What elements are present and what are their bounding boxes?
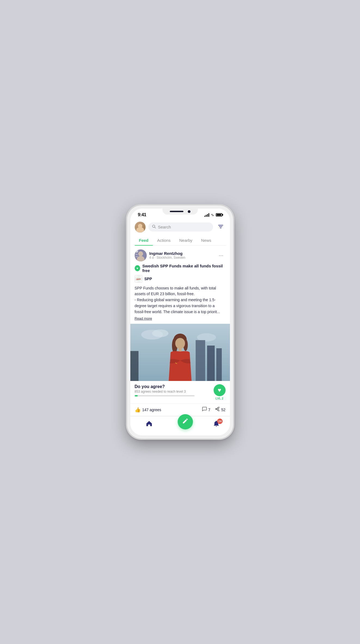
nav-home[interactable] — [140, 419, 158, 430]
svg-rect-21 — [216, 348, 222, 381]
tab-bar: Feed Actions Nearby News — [135, 235, 226, 246]
svg-text:SPP: SPP — [137, 278, 141, 280]
post-author: W the auti Ingmar Rentzhog 4 d · Stockho… — [135, 249, 186, 261]
thumbs-up-icon: 👍 — [135, 407, 141, 413]
company-logo[interactable]: @ SPP — [135, 275, 142, 283]
author-avatar[interactable]: W the auti — [135, 249, 147, 261]
post-image — [130, 324, 230, 381]
filter-icon — [218, 224, 224, 231]
svg-line-1 — [155, 227, 156, 228]
svg-rect-22 — [130, 351, 139, 381]
feed-content: W the auti Ingmar Rentzhog 4 d · Stockho… — [130, 246, 230, 435]
post-image-visual — [130, 324, 230, 381]
header-top-row: Search — [135, 222, 226, 233]
filter-button[interactable] — [216, 222, 226, 232]
agrees-count-text: 147 agrees — [142, 408, 161, 412]
svg-point-32 — [216, 408, 217, 410]
action-bar: 👍 147 agrees 7 — [130, 404, 230, 416]
author-name: Ingmar Rentzhog — [149, 251, 186, 256]
svg-point-30 — [218, 407, 219, 408]
svg-point-17 — [152, 329, 168, 337]
search-placeholder-text: Search — [158, 225, 171, 229]
notch — [162, 209, 198, 215]
agreement-header: Do you agree? 853 agrees needed to reach… — [135, 384, 226, 400]
comments-button[interactable]: 7 — [202, 406, 210, 413]
author-meta: 4 d · Stockholm, Sweden — [149, 256, 186, 260]
read-more-link[interactable]: Read more — [135, 316, 226, 321]
fab-edit-icon — [182, 418, 189, 426]
user-avatar[interactable] — [135, 222, 146, 233]
progress-bar-fill — [135, 395, 138, 396]
phone-screen: 9:41 ∿ — [130, 209, 230, 435]
phone-device: 9:41 ∿ — [127, 205, 233, 439]
nav-notifications[interactable]: 24 — [213, 420, 220, 429]
heart-level-indicator: ♥ LVL 2 — [214, 384, 226, 400]
svg-rect-20 — [207, 346, 215, 381]
tab-feed[interactable]: Feed — [135, 235, 153, 245]
camera — [188, 210, 190, 213]
agreement-text-col: Do you agree? 853 agrees needed to reach… — [135, 384, 195, 396]
heart-level-icon[interactable]: ♥ — [214, 384, 226, 396]
search-bar[interactable]: Search — [148, 222, 213, 231]
agreement-section: Do you agree? 853 agrees needed to reach… — [130, 381, 230, 404]
action-title: Swedish SPP Funds make all funds fossil … — [142, 264, 225, 273]
svg-point-31 — [218, 410, 219, 411]
app-header: Search Feed — [130, 219, 230, 246]
company-tag: @ SPP SPP — [135, 275, 226, 283]
svg-point-6 — [138, 251, 143, 256]
comments-count: 7 — [208, 408, 210, 412]
status-icons: ∿ — [204, 213, 222, 217]
search-icon — [152, 225, 156, 229]
action-tag: ♥ Swedish SPP Funds make all funds fossi… — [135, 264, 226, 273]
post-body: ♥ Swedish SPP Funds make all funds fossi… — [130, 264, 230, 321]
do-you-agree-label: Do you agree? — [135, 384, 195, 389]
fab-create-button[interactable] — [178, 414, 193, 429]
svg-text:auti: auti — [136, 256, 138, 257]
svg-rect-19 — [196, 340, 205, 381]
share-icon — [215, 406, 220, 413]
post-text: SPP Funds chooses to make all funds, wit… — [135, 285, 226, 315]
notification-badge: 24 — [217, 419, 223, 424]
level-label: LVL 2 — [216, 397, 223, 400]
signal-icon — [204, 213, 209, 217]
svg-point-27 — [175, 338, 185, 349]
wifi-icon: ∿ — [211, 213, 214, 217]
comments-share-row: 7 — [202, 406, 225, 413]
author-info: Ingmar Rentzhog 4 d · Stockholm, Sweden — [149, 251, 186, 260]
progress-bar — [135, 395, 195, 396]
bottom-nav: 24 — [130, 416, 230, 435]
share-button[interactable]: 52 — [215, 406, 226, 413]
action-heart-icon: ♥ — [135, 265, 140, 271]
speaker — [170, 211, 183, 212]
status-time: 9:41 — [138, 212, 146, 217]
more-options-button[interactable]: ··· — [217, 251, 226, 260]
tab-news[interactable]: News — [197, 235, 216, 245]
agrees-needed-text: 853 agrees needed to reach level 3 — [135, 390, 195, 393]
agrees-count[interactable]: 👍 147 agrees — [135, 407, 202, 413]
shares-count: 52 — [221, 408, 226, 412]
tab-actions[interactable]: Actions — [153, 235, 175, 245]
comment-icon — [202, 406, 207, 413]
svg-text:the: the — [136, 254, 138, 255]
post-header: W the auti Ingmar Rentzhog 4 d · Stockho… — [130, 246, 230, 264]
company-name: SPP — [144, 277, 152, 281]
home-icon — [146, 420, 153, 429]
battery-icon — [216, 213, 222, 216]
tab-nearby[interactable]: Nearby — [175, 235, 197, 245]
svg-text:W: W — [136, 251, 138, 253]
